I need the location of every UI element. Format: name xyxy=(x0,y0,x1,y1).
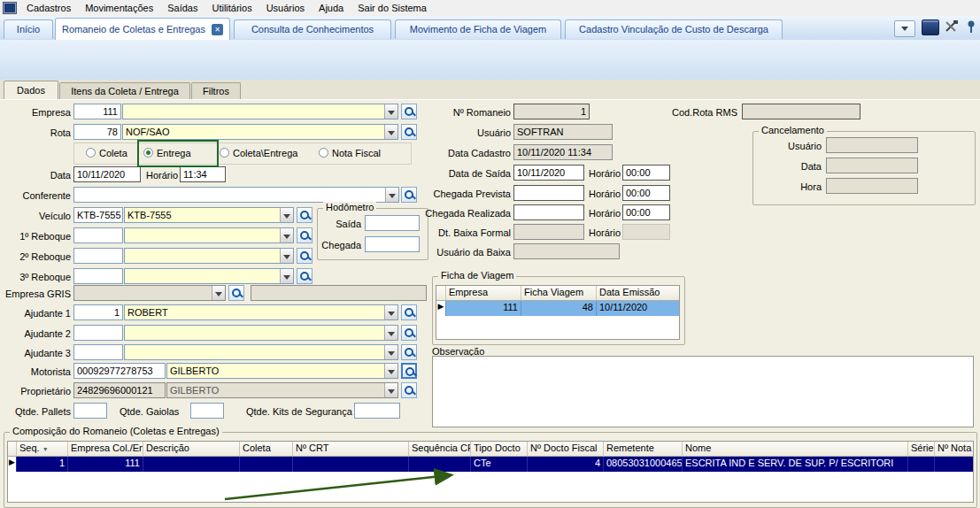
comp-header-serie[interactable]: Série xyxy=(908,442,935,457)
reboque1-search-icon[interactable] xyxy=(297,227,313,243)
reboque1-field[interactable] xyxy=(73,227,123,243)
motorista-combo[interactable]: GILBERTO xyxy=(166,363,398,379)
radio-nota-fiscal[interactable] xyxy=(319,148,328,158)
comp-header-nome[interactable]: Nome xyxy=(683,442,908,457)
empresa-gris-search-icon[interactable] xyxy=(228,285,244,301)
composicao-row[interactable]: ▶ 1 111 CTe 4 08053031000465 ESCRITA IND… xyxy=(8,457,973,472)
empresa-gris-combo[interactable] xyxy=(73,285,226,301)
motorista-field[interactable]: 00092977278753 xyxy=(73,363,166,379)
reboque1-combo[interactable] xyxy=(124,227,294,243)
horario-saida-field[interactable]: 00:00 xyxy=(622,165,670,181)
chegada-prevista-field[interactable] xyxy=(513,185,584,201)
ajudante1-combo[interactable]: ROBERT xyxy=(124,304,398,320)
comp-header-empresa[interactable]: Empresa Col./Ent. xyxy=(68,442,143,457)
comp-header-nota[interactable]: Nº Nota Fi xyxy=(935,442,973,457)
ficha-viagem-title: Ficha de Viagem xyxy=(438,270,516,281)
ajudante2-combo[interactable] xyxy=(124,325,398,341)
empresa-gris-nome-field xyxy=(251,285,427,301)
cod-rota-rms-label: Cod.Rota RMS xyxy=(668,106,737,119)
tab-close-icon[interactable]: ✕ xyxy=(212,24,223,35)
conferente-combo[interactable] xyxy=(73,187,399,203)
radio-entrega[interactable] xyxy=(143,148,153,158)
menu-saidas[interactable]: Saídas xyxy=(160,3,204,13)
ajudante3-combo[interactable] xyxy=(124,344,398,360)
cancel-usuario-field xyxy=(826,137,918,153)
ajudante1-search-icon[interactable] xyxy=(401,304,417,320)
radio-coleta[interactable] xyxy=(86,148,96,158)
ficha-header-empresa[interactable]: Empresa xyxy=(446,286,521,301)
data-saida-field[interactable]: 10/11/2020 xyxy=(513,165,584,181)
data-field[interactable]: 10/11/2020 xyxy=(73,166,141,182)
tab-inicio[interactable]: Início xyxy=(4,19,53,39)
ficha-header-data-emissao[interactable]: Data Emissão xyxy=(597,286,679,301)
motorista-search-icon[interactable] xyxy=(401,363,417,379)
reboque3-field[interactable] xyxy=(73,268,123,284)
qtde-kits-label: Qtde. Kits de Segurança xyxy=(246,405,352,418)
tools-icon[interactable] xyxy=(944,19,960,34)
usuario-field: SOFTRAN xyxy=(513,124,613,140)
qtde-gaiolas-field[interactable] xyxy=(190,403,224,419)
ficha-header-ficha[interactable]: Ficha Viagem xyxy=(521,286,597,301)
tab-romaneio[interactable]: Romaneio de Coletas e Entregas ✕ xyxy=(55,18,230,40)
menu-usuarios[interactable]: Usuários xyxy=(259,3,312,13)
reboque2-combo[interactable] xyxy=(124,248,294,264)
horario-realizada-field[interactable]: 00:00 xyxy=(622,204,670,220)
radio-coleta-entrega[interactable] xyxy=(220,148,229,158)
ficha-cell-ficha: 48 xyxy=(521,301,597,316)
ajudante3-field[interactable] xyxy=(73,344,123,360)
reboque2-search-icon[interactable] xyxy=(297,248,313,264)
chegada-realizada-field[interactable] xyxy=(513,204,584,220)
comp-header-coleta[interactable]: Coleta xyxy=(240,442,293,457)
comp-header-ncrt[interactable]: Nº CRT xyxy=(293,442,409,457)
veiculo-field[interactable]: KTB-7555 xyxy=(73,207,123,223)
rota-combo[interactable]: NOF/SAO xyxy=(122,124,398,140)
ajudante3-search-icon[interactable] xyxy=(401,344,417,360)
proprietario-search-icon[interactable] xyxy=(401,382,417,398)
qtde-kits-field[interactable] xyxy=(354,403,400,419)
radio-entrega-label[interactable]: Entrega xyxy=(157,147,191,159)
menu-cadastros[interactable]: Cadastros xyxy=(19,3,78,13)
menu-movimentacoes[interactable]: Movimentações xyxy=(78,3,160,13)
ajudante1-field[interactable]: 1 xyxy=(73,304,123,320)
tab-list-dropdown[interactable] xyxy=(894,20,915,37)
sort-icon[interactable]: ▼ xyxy=(42,446,49,452)
reboque2-field[interactable] xyxy=(73,248,123,264)
rota-field[interactable]: 78 xyxy=(73,124,121,140)
tab-dados[interactable]: Dados xyxy=(4,81,58,99)
window-icon[interactable] xyxy=(922,19,939,35)
tab-cadastro-vinculacao[interactable]: Cadastro Vinculação de Custo de Descarga xyxy=(565,19,783,39)
menu-ajuda[interactable]: Ajuda xyxy=(312,3,351,13)
cod-rota-rms-field xyxy=(742,104,860,119)
radio-nota-fiscal-label[interactable]: Nota Fiscal xyxy=(332,147,381,159)
horario-prevista-field[interactable]: 00:00 xyxy=(622,185,670,201)
tab-movimento-ficha[interactable]: Movimento de Ficha de Viagem xyxy=(395,19,561,39)
tab-filtros[interactable]: Filtros xyxy=(191,82,241,99)
comp-header-seqcrt[interactable]: Sequência CRT xyxy=(409,442,471,457)
comp-header-remetente[interactable]: Remetente xyxy=(604,442,683,457)
veiculo-search-icon[interactable] xyxy=(297,207,313,223)
comp-header-tipo-docto[interactable]: Tipo Docto xyxy=(471,442,528,457)
radio-coleta-label[interactable]: Coleta xyxy=(99,147,127,159)
menu-utilitarios[interactable]: Utilitários xyxy=(204,3,259,13)
empresa-field[interactable]: 111 xyxy=(73,104,121,119)
empresa-combo[interactable] xyxy=(122,104,398,119)
tab-itens-coleta[interactable]: Itens da Coleta / Entrega xyxy=(59,82,190,99)
reboque3-search-icon[interactable] xyxy=(297,268,313,284)
horario-field[interactable]: 11:34 xyxy=(180,166,226,182)
veiculo-combo[interactable]: KTB-7555 xyxy=(124,207,294,223)
qtde-pallets-field[interactable] xyxy=(73,403,107,419)
ajudante2-search-icon[interactable] xyxy=(401,325,417,341)
reboque3-combo[interactable] xyxy=(124,268,294,284)
tab-consulta-conhecimentos[interactable]: Consulta de Conhecimentos xyxy=(234,19,391,39)
ajudante2-field[interactable] xyxy=(73,325,123,341)
pin-icon[interactable] xyxy=(965,19,977,34)
qtde-pallets-label: Qtde. Pallets xyxy=(2,405,71,418)
radio-coleta-entrega-label[interactable]: Coleta\Entrega xyxy=(233,147,297,159)
comp-header-descricao[interactable]: Descrição xyxy=(143,442,240,457)
observacao-memo[interactable] xyxy=(432,356,974,427)
menu-sair[interactable]: Sair do Sistema xyxy=(351,3,434,13)
comp-header-seq[interactable]: Seq. ▼ xyxy=(17,442,68,457)
ficha-row[interactable]: ▶ 111 48 10/11/2020 xyxy=(436,301,679,316)
data-cadastro-field: 10/11/2020 11:34 xyxy=(513,144,613,160)
comp-header-ndocto[interactable]: Nº Docto Fiscal xyxy=(528,442,604,457)
